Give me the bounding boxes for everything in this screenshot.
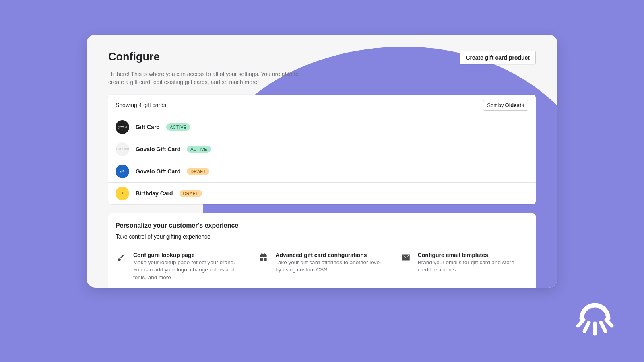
gift-card-rows: govaloGift CardACTIVEGift CardGovalo Gif… — [108, 116, 536, 204]
gift-card-row[interactable]: giftGovalo Gift CardDRAFT — [108, 160, 536, 182]
gift-card-list-card: Showing 4 gift cards Sort by Oldest ▴▾ g… — [108, 95, 536, 204]
content-area: Configure Create gift card product Hi th… — [87, 35, 557, 288]
status-badge: ACTIVE — [187, 146, 211, 153]
feature-title: Configure email templates — [418, 252, 528, 258]
personalize-subtitle: Take control of your gifting experience — [116, 233, 528, 240]
feature-item[interactable]: Configure lookup pageMake your lookup pa… — [116, 252, 244, 282]
sort-caret-icon: ▴▾ — [522, 103, 524, 107]
page-header: Configure Create gift card product — [108, 51, 536, 64]
gift-card-row[interactable]: ★Birthday CardDRAFT — [108, 182, 536, 204]
feature-text: Advanced gift card configurationsTake yo… — [275, 252, 386, 274]
personalize-title: Personalize your customer's experience — [116, 222, 528, 229]
svg-line-1 — [584, 323, 589, 331]
feature-description: Brand your emails for gift card and stor… — [418, 259, 528, 274]
feature-item[interactable]: Advanced gift card configurationsTake yo… — [258, 252, 386, 282]
row-avatar: govalo — [116, 120, 129, 134]
personalize-card: Personalize your customer's experience T… — [108, 213, 536, 288]
svg-line-3 — [578, 320, 584, 326]
svg-line-4 — [606, 320, 612, 326]
app-window: Configure Create gift card product Hi th… — [87, 35, 557, 288]
sort-select[interactable]: Sort by Oldest ▴▾ — [483, 100, 528, 111]
brand-logo-icon — [575, 298, 615, 339]
status-badge: DRAFT — [180, 190, 202, 197]
page-title: Configure — [108, 51, 160, 63]
status-badge: DRAFT — [187, 168, 209, 175]
row-avatar: Gift Card — [116, 142, 129, 156]
svg-line-2 — [601, 323, 605, 331]
status-badge: ACTIVE — [166, 123, 190, 131]
row-avatar: ★ — [116, 187, 129, 200]
row-name: Govalo Gift Card — [136, 146, 180, 152]
brush-icon — [116, 252, 127, 263]
row-avatar: gift — [116, 165, 129, 178]
showing-count: Showing 4 gift cards — [116, 102, 166, 108]
feature-title: Configure lookup page — [133, 252, 244, 258]
feature-item[interactable]: Configure email templatesBrand your emai… — [400, 252, 528, 282]
mail-icon — [400, 252, 411, 263]
gift-icon — [258, 252, 269, 263]
feature-title: Advanced gift card configurations — [275, 252, 386, 258]
row-name: Gift Card — [136, 124, 160, 130]
sort-prefix: Sort by — [487, 102, 504, 108]
row-name: Birthday Card — [136, 190, 173, 197]
feature-text: Configure email templatesBrand your emai… — [418, 252, 528, 274]
page-subtitle: Hi there! This is where you can access t… — [108, 70, 301, 86]
feature-description: Make your lookup page reflect your brand… — [133, 259, 244, 282]
sort-value: Oldest — [505, 102, 521, 108]
gift-card-row[interactable]: Gift CardGovalo Gift CardACTIVE — [108, 138, 536, 160]
list-header: Showing 4 gift cards Sort by Oldest ▴▾ — [108, 95, 536, 116]
feature-description: Take your gift card offerings to another… — [275, 259, 386, 274]
gift-card-row[interactable]: govaloGift CardACTIVE — [108, 116, 536, 138]
features-grid: Configure lookup pageMake your lookup pa… — [116, 252, 528, 288]
create-gift-card-button[interactable]: Create gift card product — [460, 51, 536, 64]
feature-text: Configure lookup pageMake your lookup pa… — [133, 252, 244, 282]
row-name: Govalo Gift Card — [136, 168, 180, 175]
